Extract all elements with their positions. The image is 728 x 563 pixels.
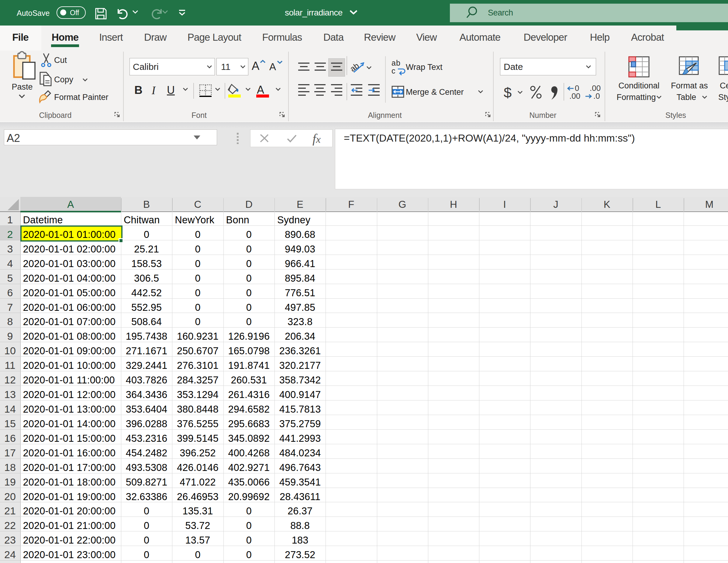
svg-text:.00: .00 [569,92,580,101]
svg-text:.0: .0 [593,92,600,101]
